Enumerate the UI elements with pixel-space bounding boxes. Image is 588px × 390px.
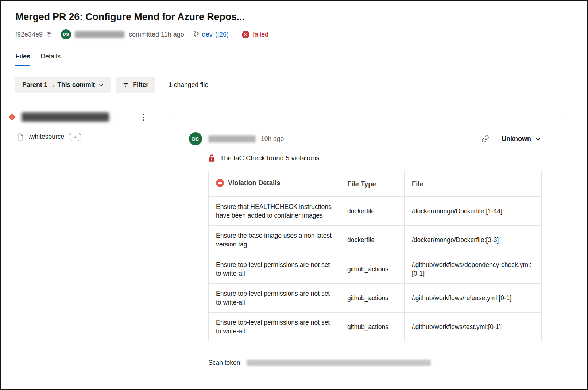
file-cell: /.github/workflows/dependency-check.yml:… bbox=[405, 255, 542, 283]
violation-cell: Ensure top-level permissions are not set… bbox=[209, 313, 340, 341]
tab-files[interactable]: Files bbox=[15, 52, 30, 66]
branch-icon bbox=[193, 31, 200, 38]
file-type-cell: dockerfile bbox=[340, 197, 405, 226]
content-area: ⋮ .whitesource + DS 10h ago bbox=[1, 103, 587, 389]
filter-icon bbox=[123, 82, 129, 88]
scan-token-label: Scan token: bbox=[208, 359, 242, 367]
table-header-row: Violation Details File Type File bbox=[209, 171, 542, 197]
diff-pane: DS 10h ago Unknown bbox=[160, 103, 587, 389]
file-icon bbox=[18, 133, 24, 141]
copy-icon[interactable] bbox=[46, 31, 52, 38]
repo-name-redacted bbox=[22, 112, 109, 122]
comment-card: DS 10h ago Unknown bbox=[169, 118, 564, 389]
commit-time: committed 11h ago bbox=[129, 31, 184, 38]
table-row: Ensure the base image uses a non latest … bbox=[209, 226, 542, 255]
column-header-violation: Violation Details bbox=[209, 171, 340, 197]
scan-token-row: Scan token: bbox=[208, 359, 541, 367]
filter-label: Filter bbox=[133, 81, 148, 89]
tab-bar: Files Details bbox=[15, 52, 573, 66]
commit-meta: f92e34e9 DS committed 11h ago dev (!26 bbox=[15, 29, 573, 39]
comment-status-dropdown[interactable]: Unknown bbox=[502, 135, 541, 143]
chevron-down-icon bbox=[535, 136, 541, 142]
branch-group: dev (!26) bbox=[193, 31, 229, 38]
violations-table: Violation Details File Type File Ensure … bbox=[208, 171, 542, 341]
file-type-cell: github_actions bbox=[340, 283, 405, 312]
comment-message: The IaC Check found 5 violations. bbox=[220, 154, 321, 162]
build-status: failed bbox=[242, 31, 268, 38]
branch-link[interactable]: dev bbox=[202, 31, 213, 38]
file-type-cell: dockerfile bbox=[340, 226, 405, 255]
pr-link[interactable]: (!26) bbox=[215, 31, 229, 38]
table-row: Ensure top-level permissions are not set… bbox=[209, 255, 542, 283]
more-options-button[interactable]: ⋮ bbox=[138, 112, 150, 122]
changed-files-count: 1 changed file bbox=[169, 81, 208, 89]
violation-cell: Ensure top-level permissions are not set… bbox=[209, 255, 340, 283]
author-name-redacted bbox=[75, 31, 124, 38]
comment-timestamp: 10h ago bbox=[261, 135, 284, 143]
repo-icon bbox=[8, 113, 16, 121]
commit-page: Merged PR 26: Configure Mend for Azure R… bbox=[0, 0, 588, 390]
filter-button[interactable]: Filter bbox=[116, 77, 155, 93]
table-row: Ensure that HEALTHCHECK instructions hav… bbox=[209, 197, 542, 226]
avatar[interactable]: DS bbox=[189, 132, 202, 145]
violation-cell: Ensure the base image uses a non latest … bbox=[209, 226, 340, 255]
file-name: .whitesource bbox=[28, 133, 64, 141]
comment-header: DS 10h ago Unknown bbox=[189, 132, 541, 145]
avatar[interactable]: DS bbox=[61, 29, 71, 39]
violation-cell: Ensure that HEALTHCHECK instructions hav… bbox=[209, 197, 340, 226]
compare-label: Parent 1 → This commit bbox=[22, 81, 95, 89]
build-status-link[interactable]: failed bbox=[253, 31, 268, 38]
violation-cell: Ensure top-level permissions are not set… bbox=[209, 283, 340, 312]
file-cell: /docker/mongo/Dockerfile:[1-44] bbox=[405, 197, 542, 226]
page-title: Merged PR 26: Configure Mend for Azure R… bbox=[15, 10, 573, 23]
file-type-cell: github_actions bbox=[340, 313, 405, 341]
file-cell: /.github/workflows/release.yml:[0-1] bbox=[405, 283, 542, 312]
file-tree: ⋮ .whitesource + bbox=[1, 103, 160, 389]
compare-dropdown[interactable]: Parent 1 → This commit bbox=[15, 77, 111, 93]
file-cell: /docker/mongo/Dockerfile:[3-3] bbox=[405, 226, 542, 255]
column-header-file: File bbox=[405, 171, 542, 197]
table-row: Ensure top-level permissions are not set… bbox=[209, 313, 542, 341]
column-header-file-type: File Type bbox=[340, 171, 405, 197]
table-row: Ensure top-level permissions are not set… bbox=[209, 283, 542, 312]
repo-root-item[interactable]: ⋮ bbox=[1, 109, 160, 125]
comment-status-label: Unknown bbox=[502, 135, 531, 143]
file-tree-item[interactable]: .whitesource + bbox=[18, 133, 160, 141]
added-badge: + bbox=[69, 133, 81, 141]
header: Merged PR 26: Configure Mend for Azure R… bbox=[1, 1, 587, 66]
comment-author-redacted bbox=[208, 135, 256, 142]
comment-body: The IaC Check found 5 violations. Violat… bbox=[208, 154, 541, 367]
security-lock-icon bbox=[208, 154, 215, 162]
chevron-down-icon bbox=[99, 83, 104, 87]
failed-icon bbox=[242, 31, 249, 38]
scan-token-redacted bbox=[247, 360, 431, 366]
file-type-cell: github_actions bbox=[340, 255, 405, 283]
commit-hash: f92e34e9 bbox=[15, 31, 43, 38]
tab-details[interactable]: Details bbox=[40, 52, 61, 66]
message-row: The IaC Check found 5 violations. bbox=[208, 154, 541, 162]
column-header-label: Violation Details bbox=[228, 179, 281, 187]
blocked-icon bbox=[216, 179, 224, 187]
diff-toolbar: Parent 1 → This commit Filter 1 changed … bbox=[1, 66, 587, 103]
link-icon[interactable] bbox=[481, 135, 489, 143]
file-cell: /.github/workflows/test.yml:[0-1] bbox=[405, 313, 542, 341]
